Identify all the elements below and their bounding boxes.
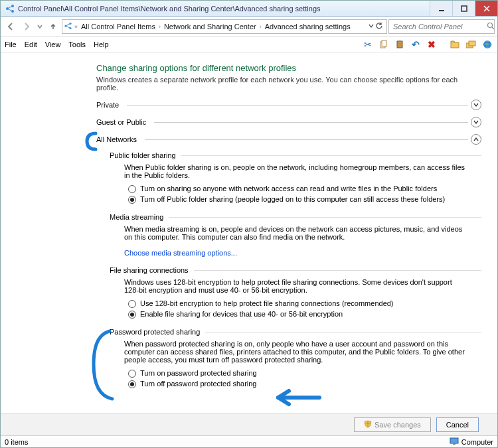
section-guest[interactable]: Guest or Public (96, 117, 481, 127)
section-label: Guest or Public (96, 118, 151, 126)
shield-icon (364, 420, 372, 429)
close-button[interactable] (475, 1, 497, 16)
chevron-right-icon: › (258, 23, 263, 30)
status-bar: 0 items Computer (1, 435, 497, 447)
radio-fsc-40-56[interactable]: Enable file sharing for devices that use… (128, 310, 481, 319)
svg-line-12 (66, 23, 70, 26)
page-description: Windows creates a separate network profi… (96, 76, 481, 92)
svg-rect-17 (382, 40, 386, 46)
computer-icon (450, 437, 459, 447)
menu-edit[interactable]: Edit (25, 40, 37, 48)
subsection-password-sharing: Password protected sharing When password… (110, 328, 481, 388)
content-area: Change sharing options for different net… (1, 52, 497, 421)
menu-file[interactable]: File (5, 40, 17, 48)
status-item-count: 0 items (5, 438, 28, 446)
forward-button[interactable] (19, 19, 34, 34)
breadcrumb-item[interactable]: Network and Sharing Center (162, 23, 258, 31)
chevron-right-icon: › (157, 23, 162, 30)
breadcrumb-item[interactable]: All Control Panel Items (79, 23, 157, 31)
address-bar[interactable]: « All Control Panel Items › Network and … (62, 19, 387, 34)
section-private[interactable]: Private (96, 100, 481, 110)
undo-icon[interactable]: ↶ (410, 38, 422, 50)
subsection-desc: When media streaming is on, people and d… (124, 225, 481, 241)
save-changes-button[interactable]: Save changes (354, 417, 431, 432)
expand-icon[interactable] (471, 117, 481, 127)
title-bar: Control Panel\All Control Panel Items\Ne… (1, 1, 497, 17)
cancel-button[interactable]: Cancel (436, 417, 479, 432)
menu-bar: File Edit View Tools Help ✂ ↶ ✖ (1, 37, 497, 52)
subsection-media-streaming: Media streaming When media streaming is … (110, 213, 481, 257)
breadcrumb-item[interactable]: Advanced sharing settings (263, 23, 353, 31)
radio-fsc-128[interactable]: Use 128-bit encryption to help protect f… (128, 299, 481, 308)
svg-line-13 (66, 26, 70, 29)
copy-icon[interactable] (378, 38, 390, 50)
svg-rect-19 (398, 40, 401, 42)
subsection-desc: When password protected sharing is on, o… (124, 340, 481, 364)
svg-rect-20 (451, 42, 459, 48)
refresh-button[interactable] (375, 22, 383, 31)
svg-rect-26 (453, 443, 456, 445)
minimize-button[interactable] (430, 1, 452, 16)
svg-rect-6 (461, 6, 467, 11)
svg-line-15 (492, 27, 494, 29)
back-button[interactable] (3, 19, 18, 34)
subsection-title: Media streaming (110, 213, 169, 221)
search-input[interactable] (392, 22, 487, 31)
recent-dropdown[interactable] (35, 19, 44, 34)
collapse-icon[interactable] (471, 134, 481, 145)
delete-icon[interactable]: ✖ (426, 38, 438, 50)
subsection-file-sharing-conn: File sharing connections Windows uses 12… (110, 266, 481, 319)
status-right: Computer (461, 438, 493, 446)
section-label: All Networks (96, 135, 142, 143)
svg-point-14 (488, 23, 493, 27)
subsection-desc: Windows uses 128-bit encryption to help … (124, 278, 481, 294)
location-icon (64, 21, 73, 32)
section-all-networks[interactable]: All Networks (96, 134, 481, 145)
navigation-bar: « All Control Panel Items › Network and … (1, 17, 497, 37)
folder-copy-icon[interactable] (465, 38, 477, 50)
radio-pps-on[interactable]: Turn on password protected sharing (128, 369, 481, 378)
subsection-title: Password protected sharing (110, 328, 205, 336)
globe-icon[interactable] (481, 38, 493, 50)
link-media-options[interactable]: Choose media streaming options... (124, 249, 237, 257)
page-heading: Change sharing options for different net… (96, 63, 481, 73)
svg-rect-25 (450, 438, 458, 443)
paste-icon[interactable] (394, 38, 406, 50)
radio-pps-off[interactable]: Turn off password protected sharing (128, 380, 481, 388)
menu-tools[interactable]: Tools (68, 40, 86, 48)
subsection-title: Public folder sharing (110, 151, 181, 159)
addr-dropdown[interactable] (369, 22, 374, 31)
subsection-desc: When Public folder sharing is on, people… (124, 163, 481, 179)
radio-pfs-on[interactable]: Turn on sharing so anyone with network a… (128, 185, 481, 193)
button-bar: Save changes Cancel (1, 413, 497, 435)
radio-pfs-off[interactable]: Turn off Public folder sharing (people l… (128, 195, 481, 204)
section-label: Private (96, 101, 124, 109)
svg-rect-18 (397, 41, 402, 48)
search-box[interactable] (388, 19, 495, 34)
svg-line-3 (7, 6, 13, 9)
subsection-public-folder-sharing: Public folder sharing When Public folder… (110, 151, 481, 204)
expand-icon[interactable] (471, 100, 481, 110)
svg-rect-22 (469, 41, 475, 46)
up-button[interactable] (46, 19, 60, 34)
menu-help[interactable]: Help (94, 40, 109, 48)
chevron-icon: « (73, 23, 79, 30)
app-icon (5, 3, 15, 14)
folder-new-icon[interactable] (450, 38, 461, 50)
maximize-button[interactable] (452, 1, 475, 16)
subsection-title: File sharing connections (110, 266, 194, 274)
cut-icon[interactable]: ✂ (362, 38, 374, 50)
search-icon (487, 22, 495, 31)
window-title: Control Panel\All Control Panel Items\Ne… (18, 5, 430, 13)
svg-line-4 (7, 9, 13, 11)
menu-view[interactable]: View (45, 40, 61, 48)
